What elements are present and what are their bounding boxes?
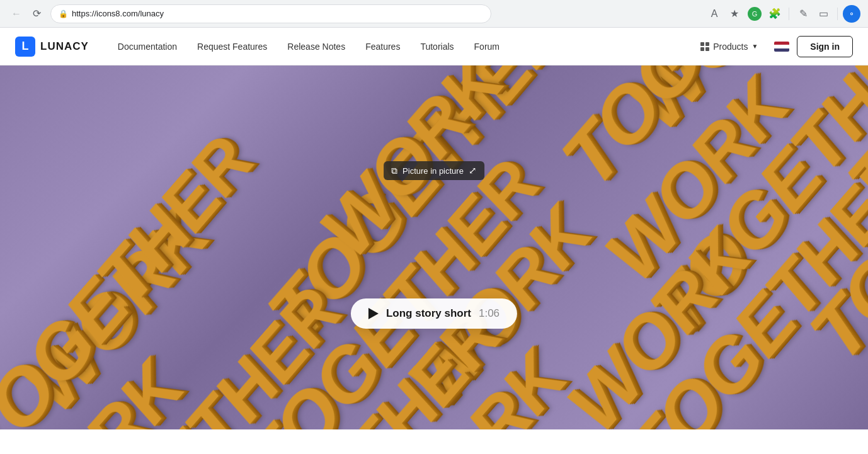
screenshot-button[interactable]: ▭ [814,5,832,23]
extensions-star-button[interactable]: ★ [726,5,743,23]
lock-icon: 🔒 [59,9,68,18]
pip-tooltip-text: Picture in picture [403,166,464,176]
back-button[interactable]: ← [8,5,25,23]
reload-button[interactable]: ⟳ [28,5,45,23]
hero-text-art: WORK TOGETHER WORK TOGETHER TOGETHER WOR… [0,65,868,429]
products-label: Products [713,42,748,52]
user-profile-button[interactable]: ⚬ [843,5,860,23]
browser-nav-buttons: ← ⟳ [8,5,45,23]
play-icon [368,308,379,319]
grid-icon [700,42,709,51]
nav-right: Products ▼ Sign in [692,36,853,57]
puzzle-button[interactable]: 🧩 [766,5,784,23]
nav-link-request-features[interactable]: Request Features [188,37,276,57]
browser-actions: A ★ G 🧩 ✎ ▭ ⚬ [705,5,860,23]
pip-expand-icon: ⤢ [469,165,477,176]
sign-in-button[interactable]: Sign in [797,36,853,57]
favorites-button[interactable]: ✎ [794,5,812,23]
logo-letter: L [22,40,29,53]
hero-background: WORK TOGETHER WORK TOGETHER TOGETHER WOR… [0,65,868,429]
nav-link-tutorials[interactable]: Tutorials [411,37,462,57]
divider [789,8,789,20]
text-size-button[interactable]: A [705,5,723,23]
language-flag[interactable] [774,42,789,52]
divider-2 [837,8,838,20]
url-text: https://icons8.com/lunacy [72,9,164,18]
nav-link-release-notes[interactable]: Release Notes [278,37,354,57]
pip-tooltip: ⧉ Picture in picture ⤢ [384,161,484,180]
profile-circle-button[interactable]: G [746,5,763,23]
pip-icon: ⧉ [391,166,397,176]
products-button[interactable]: Products ▼ [692,37,767,57]
nav-links: Documentation Request Features Release N… [109,37,692,57]
site-nav: L LUNACY Documentation Request Features … [0,28,868,65]
video-duration: 1:06 [479,307,500,320]
hero-section: WORK TOGETHER WORK TOGETHER TOGETHER WOR… [0,65,868,429]
chevron-down-icon: ▼ [751,43,758,50]
nav-link-features[interactable]: Features [357,37,409,57]
browser-chrome: ← ⟳ 🔒 https://icons8.com/lunacy A ★ G 🧩 … [0,0,868,28]
address-bar[interactable]: 🔒 https://icons8.com/lunacy [50,4,491,23]
logo-icon: L [15,37,35,57]
nav-link-documentation[interactable]: Documentation [109,37,186,57]
nav-link-forum[interactable]: Forum [465,37,508,57]
logo-name: LUNACY [40,40,89,53]
video-title: Long story short [386,307,471,320]
logo-area[interactable]: L LUNACY [15,37,89,57]
video-play-button[interactable]: Long story short 1:06 [351,298,517,329]
